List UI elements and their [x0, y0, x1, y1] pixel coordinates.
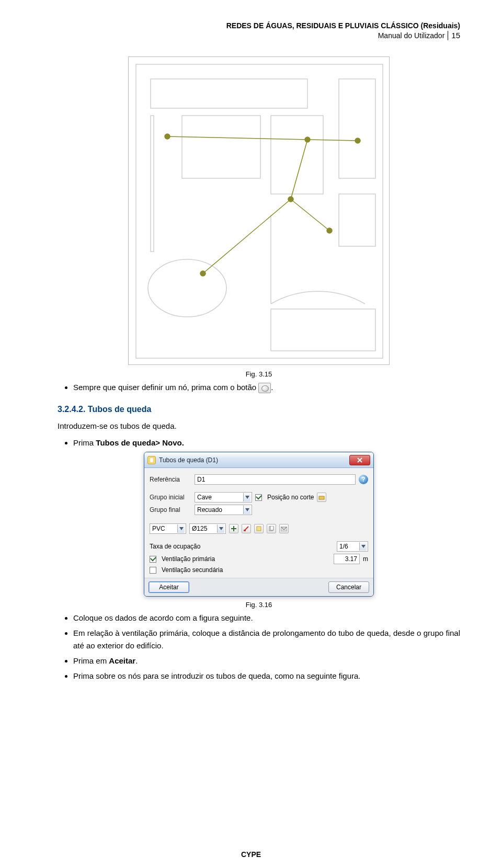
svg-rect-6	[339, 194, 375, 246]
svg-rect-5	[339, 79, 375, 178]
svg-point-18	[200, 271, 206, 276]
svg-rect-21	[244, 530, 246, 531]
close-button[interactable]	[349, 455, 370, 465]
bullet-list-3: Coloque os dados de acordo com a figura …	[58, 612, 460, 682]
posicao-corte-checkbox[interactable]	[255, 494, 262, 501]
taxa-ocupacao-label: Taxa de ocupação	[150, 543, 334, 550]
page-number: 15	[451, 30, 460, 41]
svg-point-8	[148, 259, 226, 317]
doc-title: REDES DE ÁGUAS, RESIDUAIS E PLUVIAIS CLÁ…	[58, 21, 460, 30]
svg-line-10	[167, 136, 358, 141]
chevron-down-icon	[243, 493, 250, 501]
svg-line-11	[291, 140, 307, 199]
floorplan-drawing	[128, 56, 390, 365]
bullet-prima-aceitar: Prima em Aceitar.	[73, 655, 460, 667]
toolbar-icon-2[interactable]	[242, 524, 251, 533]
ventilacao-primaria-label: Ventilação primária	[162, 555, 330, 563]
chevron-down-icon	[177, 524, 185, 533]
chevron-down-icon	[359, 542, 367, 551]
svg-point-16	[305, 137, 310, 142]
page-footer: CYPE	[0, 850, 502, 859]
toolbar-icon-5[interactable]	[279, 524, 289, 533]
dialog-title-icon	[147, 456, 156, 464]
figure-3-16-caption: Fig. 3.16	[58, 601, 460, 609]
section-heading: 3.2.4.2. Tubos de queda	[58, 405, 460, 414]
ventilacao-primaria-input[interactable]: 3.17	[334, 554, 360, 564]
referencia-label: Referência	[150, 476, 191, 483]
bullet-ventilacao: Em relação à ventilação primária, coloqu…	[73, 627, 460, 652]
svg-rect-7	[271, 309, 375, 351]
ventilacao-secundaria-checkbox[interactable]	[150, 567, 156, 574]
dialog-titlebar[interactable]: Tubos de queda (D1)	[144, 452, 373, 468]
aceitar-button[interactable]: Aceitar	[149, 581, 189, 593]
bullet-prima-nos: Prima sobre os nós para se introduzir os…	[73, 670, 460, 682]
referencia-input[interactable]: D1	[195, 474, 356, 485]
intro-paragraph: Introduzem-se os tubos de queda.	[58, 421, 460, 430]
svg-rect-4	[271, 116, 323, 194]
close-icon	[357, 458, 363, 463]
help-icon[interactable]: ?	[359, 475, 368, 484]
taxa-ocupacao-select[interactable]: 1/6	[337, 541, 368, 552]
bullet-list-1: Sempre que quiser definir um nó, prima c…	[58, 381, 460, 393]
svg-point-14	[165, 134, 170, 139]
ventilacao-primaria-checkbox[interactable]	[150, 556, 156, 563]
figure-3-15-caption: Fig. 3.15	[58, 370, 460, 378]
svg-rect-2	[151, 116, 154, 252]
svg-line-13	[291, 199, 329, 231]
svg-rect-1	[151, 79, 307, 108]
cancelar-button[interactable]: Cancelar	[328, 581, 369, 593]
bullet-coloque-dados: Coloque os dados de acordo com a figura …	[73, 612, 460, 624]
toolbar-icon-1[interactable]	[229, 524, 238, 533]
grupo-final-select[interactable]: Recuado	[195, 505, 252, 515]
chevron-down-icon	[243, 506, 250, 514]
bullet-tubos-novo: Prima Tubos de queda> Novo.	[73, 437, 460, 449]
doc-subtitle: Manual do Utilizador	[378, 31, 449, 40]
material-select[interactable]: PVC	[150, 523, 186, 534]
grupo-inicial-select[interactable]: Cave	[195, 492, 252, 502]
figure-3-15	[128, 56, 390, 365]
grupo-final-label: Grupo final	[150, 506, 191, 513]
svg-point-19	[327, 228, 332, 233]
posicao-corte-label: Posição no corte	[267, 494, 314, 501]
grupo-inicial-label: Grupo inicial	[150, 494, 191, 501]
svg-rect-20	[319, 496, 324, 499]
svg-point-17	[288, 197, 293, 202]
diameter-select[interactable]: Ø125	[189, 523, 226, 534]
node-tool-icon	[258, 383, 271, 393]
dialog-title-text: Tubos de queda (D1)	[159, 456, 349, 464]
toolbar-icon-4[interactable]	[267, 524, 276, 533]
svg-rect-24	[270, 526, 273, 530]
bullet-define-node: Sempre que quiser definir um nó, prima c…	[73, 381, 460, 393]
ventilacao-secundaria-label: Ventilação secundária	[162, 566, 223, 574]
bullet-list-2: Prima Tubos de queda> Novo.	[58, 437, 460, 449]
svg-rect-3	[182, 116, 260, 178]
svg-line-12	[203, 199, 291, 273]
posicao-action-icon[interactable]	[317, 493, 326, 502]
tubos-de-queda-dialog: Tubos de queda (D1) Referência D1 ? Grup…	[144, 452, 374, 597]
svg-point-15	[355, 138, 360, 143]
ventilacao-primaria-unit: m	[363, 555, 368, 563]
svg-rect-22	[257, 527, 261, 531]
chevron-down-icon	[217, 524, 224, 533]
page-header: REDES DE ÁGUAS, RESIDUAIS E PLUVIAIS CLÁ…	[58, 21, 460, 41]
toolbar-icon-3[interactable]	[254, 524, 264, 533]
